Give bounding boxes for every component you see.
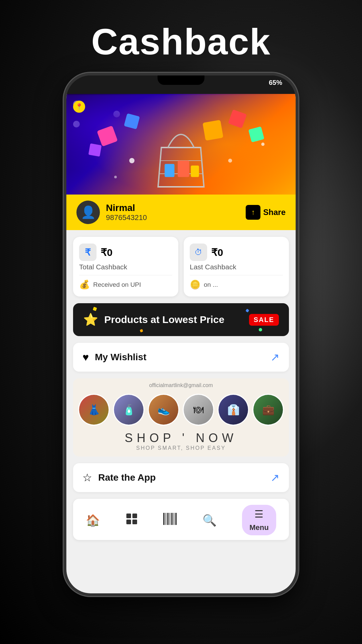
- shop-banner[interactable]: officialmartlink@gmail.com 👗 🧴 👟 🍽 👔 💼 S…: [73, 378, 289, 457]
- shop-circle-5: 👔: [218, 394, 249, 426]
- share-icon-box: ↑: [246, 205, 260, 220]
- shop-circles-row: 👗 🧴 👟 🍽 👔 💼: [73, 390, 289, 429]
- last-cashback-bottom-text: on ...: [204, 281, 218, 288]
- svg-rect-28: [174, 513, 174, 525]
- shop-circle-3: 👟: [148, 394, 179, 426]
- sale-text: Products at Lowest Price: [104, 314, 243, 325]
- sale-star-icon: ⭐: [83, 313, 98, 327]
- home-icon: 🏠: [86, 514, 100, 527]
- svg-rect-7: [88, 143, 102, 157]
- shop-circle-4: 🍽: [183, 394, 214, 426]
- shop-sub-text: SHOP SMART, SHOP EASY: [73, 445, 289, 457]
- svg-rect-24: [166, 513, 166, 525]
- shop-circle-1: 👗: [78, 394, 110, 426]
- wishlist-left: ♥ My Wishlist: [82, 351, 146, 364]
- total-cashback-amount: ₹0: [101, 247, 113, 258]
- nav-grid[interactable]: [126, 513, 138, 528]
- status-bar: 65%: [269, 79, 282, 87]
- last-cashback-bottom: 🪙 on ...: [190, 279, 283, 290]
- svg-rect-25: [167, 513, 169, 525]
- svg-point-18: [114, 176, 117, 178]
- shop-circle-2: 🧴: [113, 394, 144, 426]
- phone-frame: 65%: [64, 73, 298, 596]
- svg-rect-26: [170, 513, 170, 525]
- rate-app-arrow-icon: ↗: [270, 471, 280, 484]
- last-cashback-amount: ₹0: [211, 247, 223, 258]
- rate-app-label: Rate the App: [98, 472, 156, 483]
- menu-icon: ☰: [254, 508, 263, 520]
- page-title: Cashback: [91, 20, 271, 63]
- sale-tag: SALE: [249, 314, 279, 326]
- total-cashback-bottom: 💰 Received on UPI: [79, 279, 172, 290]
- user-profile: 👤 Nirmal 9876543210 ↑ Share: [66, 195, 296, 230]
- wishlist-arrow-icon: ↗: [270, 351, 280, 364]
- last-cashback-card[interactable]: ⏱ ₹0 Last Cashback 🪙 on ...: [184, 237, 289, 297]
- svg-rect-19: [126, 514, 131, 518]
- user-info: 👤 Nirmal 9876543210: [76, 201, 147, 224]
- phone-content: 📍 👤 Nirmal 9876543210 ↑ Share: [66, 94, 296, 593]
- sale-banner[interactable]: ⭐ Products at Lowest Price SALE: [73, 303, 289, 336]
- star-icon: ☆: [82, 471, 92, 484]
- wishlist-label: My Wishlist: [95, 352, 146, 363]
- user-phone: 9876543210: [106, 213, 147, 222]
- shop-circle-6: 💼: [252, 394, 284, 426]
- nav-barcode[interactable]: [163, 513, 177, 528]
- last-cashback-icon: ⏱: [190, 244, 207, 261]
- svg-rect-27: [171, 513, 173, 525]
- svg-rect-4: [202, 120, 223, 141]
- wishlist-item[interactable]: ♥ My Wishlist ↗: [73, 343, 289, 372]
- card-divider-last: [190, 275, 283, 275]
- share-button[interactable]: ↑ Share: [246, 205, 286, 220]
- avatar-icon: 👤: [81, 205, 96, 219]
- svg-rect-13: [178, 161, 189, 177]
- notch: [158, 75, 204, 85]
- last-cashback-label: Last Cashback: [190, 263, 283, 271]
- svg-point-16: [228, 159, 232, 163]
- coin-icon: 🪙: [190, 279, 200, 290]
- total-cashback-card[interactable]: ₹ ₹0 Total Cashback 💰 Received on UPI: [73, 237, 178, 297]
- user-details: Nirmal 9876543210: [106, 203, 147, 222]
- cards-row: ₹ ₹0 Total Cashback 💰 Received on UPI ⏱ …: [66, 230, 296, 300]
- card-top-total: ₹ ₹0: [79, 244, 172, 261]
- svg-rect-20: [132, 514, 137, 518]
- card-top-last: ⏱ ₹0: [190, 244, 283, 261]
- svg-rect-14: [191, 166, 199, 177]
- avatar: 👤: [76, 201, 100, 224]
- svg-rect-22: [132, 520, 137, 524]
- shop-now-text: SHOP ' NOW: [73, 429, 289, 445]
- rate-app-left: ☆ Rate the App: [82, 471, 156, 484]
- share-icon: ↑: [251, 208, 255, 217]
- svg-rect-21: [126, 520, 131, 524]
- total-cashback-label: Total Cashback: [79, 263, 172, 271]
- heart-icon: ♥: [82, 351, 89, 364]
- svg-rect-23: [163, 513, 165, 525]
- svg-point-17: [261, 143, 264, 146]
- total-cashback-bottom-text: Received on UPI: [93, 281, 141, 288]
- card-divider-total: [79, 275, 172, 275]
- notch-bar: 65%: [66, 75, 296, 94]
- rate-app-item[interactable]: ☆ Rate the App ↗: [73, 463, 289, 492]
- shop-email: officialmartlink@gmail.com: [73, 378, 289, 390]
- svg-rect-29: [175, 513, 177, 525]
- grid-icon: [126, 513, 138, 528]
- nav-menu-label: Menu: [249, 523, 268, 532]
- nav-search[interactable]: 🔍: [202, 514, 217, 527]
- search-icon: 🔍: [202, 514, 217, 527]
- share-label: Share: [263, 208, 286, 217]
- nav-menu-btn[interactable]: ☰ Menu: [242, 505, 276, 535]
- hero-banner: 📍: [66, 94, 296, 195]
- nav-home[interactable]: 🏠: [86, 514, 100, 527]
- svg-point-15: [129, 158, 135, 163]
- barcode-icon: [163, 513, 177, 528]
- svg-rect-12: [165, 164, 174, 177]
- money-bag-icon: 💰: [79, 279, 90, 290]
- user-name: Nirmal: [106, 203, 147, 213]
- bottom-nav: 🏠: [73, 499, 289, 540]
- total-cashback-icon: ₹: [79, 244, 97, 261]
